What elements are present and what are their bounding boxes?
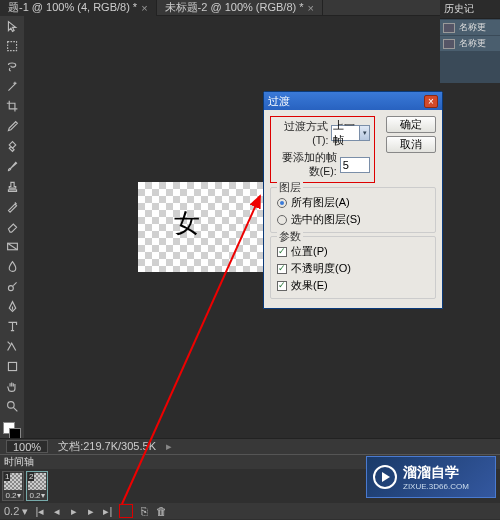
lasso-tool[interactable] [3, 58, 21, 74]
play-icon [373, 465, 397, 489]
history-brush-tool[interactable] [3, 198, 21, 214]
path-tool[interactable] [3, 338, 21, 354]
chevron-down-icon: ▾ [359, 126, 369, 140]
frames-label: 要添加的帧数(E): [275, 151, 337, 179]
wand-tool[interactable] [3, 78, 21, 94]
wm-sub: ZIXUE.3D66.COM [403, 482, 469, 491]
selected-layers-radio[interactable]: 选中的图层(S) [277, 212, 429, 227]
layers-fieldset: 图层 所有图层(A) 选中的图层(S) [270, 187, 436, 233]
close-icon[interactable]: × [424, 95, 438, 108]
svg-rect-3 [8, 362, 16, 370]
tab-label: 题-1 @ 100% (4, RGB/8) * [8, 0, 137, 15]
shape-tool[interactable] [3, 358, 21, 374]
eyedropper-tool[interactable] [3, 118, 21, 134]
all-layers-radio[interactable]: 所有图层(A) [277, 195, 429, 210]
panel-header[interactable]: 历史记 [440, 0, 500, 19]
play-icon[interactable]: ▸ [68, 506, 79, 517]
checkbox-icon [277, 281, 287, 291]
frame-2[interactable]: 20.2▾ [26, 471, 48, 501]
history-item[interactable] [440, 67, 500, 83]
position-checkbox[interactable]: 位置(P) [277, 244, 429, 259]
status-bar: 100% 文档:219.7K/305.5K ▸ [0, 438, 500, 454]
ok-button[interactable]: 确定 [386, 116, 436, 133]
doc-size: 文档:219.7K/305.5K [58, 439, 156, 454]
close-icon[interactable]: × [141, 2, 147, 14]
method-select[interactable]: 上一帧▾ [331, 125, 370, 141]
type-tool[interactable] [3, 318, 21, 334]
zoom-level[interactable]: 100% [6, 440, 48, 453]
timeline-controls: 0.2 ▾ |◂ ◂ ▸ ▸ ▸| ⎘ 🗑 [0, 503, 500, 519]
marquee-tool[interactable] [3, 38, 21, 54]
delete-frame-icon[interactable]: 🗑 [156, 506, 167, 517]
history-panel: 历史记 名称更 名称更 [440, 0, 500, 83]
brush-tool[interactable] [3, 158, 21, 174]
method-label: 过渡方式(T): [275, 120, 328, 146]
pen-tool[interactable] [3, 298, 21, 314]
doc-tab-1[interactable]: 题-1 @ 100% (4, RGB/8) *× [0, 0, 157, 16]
highlight-box: 过渡方式(T): 上一帧▾ 要添加的帧数(E): 5 [270, 116, 375, 183]
effects-checkbox[interactable]: 效果(E) [277, 278, 429, 293]
tab-label: 未标题-2 @ 100% (RGB/8) * [165, 0, 304, 15]
svg-point-4 [7, 401, 14, 408]
checkbox-icon [277, 264, 287, 274]
tween-dialog: 过渡 × 过渡方式(T): 上一帧▾ 要添加的帧数(E): 5 确定 取消 图层… [263, 91, 443, 309]
crop-tool[interactable] [3, 98, 21, 114]
dialog-buttons: 确定 取消 [386, 116, 436, 156]
hand-tool[interactable] [3, 378, 21, 394]
history-item[interactable]: 名称更 [440, 35, 500, 51]
next-frame-icon[interactable]: ▸ [85, 506, 96, 517]
dialog-titlebar[interactable]: 过渡 × [264, 92, 442, 110]
history-item[interactable]: 名称更 [440, 19, 500, 35]
blur-tool[interactable] [3, 258, 21, 274]
layer-icon [443, 39, 455, 49]
last-frame-icon[interactable]: ▸| [102, 506, 113, 517]
frames-input[interactable]: 5 [340, 157, 370, 173]
checkbox-icon [277, 247, 287, 257]
zoom-tool[interactable] [3, 398, 21, 414]
radio-icon [277, 215, 287, 225]
close-icon[interactable]: × [308, 2, 314, 14]
dialog-title: 过渡 [268, 94, 290, 109]
opacity-checkbox[interactable]: 不透明度(O) [277, 261, 429, 276]
eraser-tool[interactable] [3, 218, 21, 234]
move-tool[interactable] [3, 18, 21, 34]
fieldset-legend: 参数 [277, 230, 303, 244]
fieldset-legend: 图层 [277, 181, 303, 195]
frame-1[interactable]: 10.2▾ [2, 471, 24, 501]
layer-icon [443, 23, 455, 33]
cancel-button[interactable]: 取消 [386, 136, 436, 153]
duplicate-frame-icon[interactable]: ⎘ [139, 506, 150, 517]
doc-tab-2[interactable]: 未标题-2 @ 100% (RGB/8) *× [157, 0, 323, 16]
params-fieldset: 参数 位置(P) 不透明度(O) 效果(E) [270, 236, 436, 299]
svg-point-2 [8, 285, 13, 290]
tween-button-highlight[interactable] [119, 504, 133, 518]
gradient-tool[interactable] [3, 238, 21, 254]
document-tabs: 题-1 @ 100% (4, RGB/8) *× 未标题-2 @ 100% (R… [0, 0, 500, 16]
prev-frame-icon[interactable]: ◂ [51, 506, 62, 517]
first-frame-icon[interactable]: |◂ [34, 506, 45, 517]
stamp-tool[interactable] [3, 178, 21, 194]
svg-rect-0 [7, 41, 16, 50]
watermark: 溜溜自学 ZIXUE.3D66.COM [366, 456, 496, 498]
loop-select[interactable]: 0.2 ▾ [4, 505, 28, 518]
heal-tool[interactable] [3, 138, 21, 154]
dodge-tool[interactable] [3, 278, 21, 294]
radio-icon [277, 198, 287, 208]
history-item[interactable] [440, 51, 500, 67]
wm-title: 溜溜自学 [403, 464, 469, 482]
canvas-text: 女 [174, 206, 200, 241]
